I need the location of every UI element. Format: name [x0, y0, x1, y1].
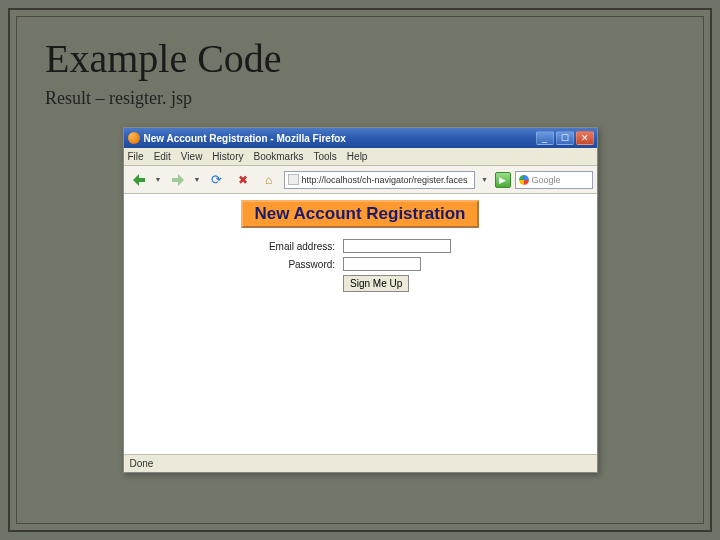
menu-history[interactable]: History: [212, 151, 243, 162]
menu-file[interactable]: File: [128, 151, 144, 162]
menu-view[interactable]: View: [181, 151, 203, 162]
page-content: New Account Registration Email address: …: [124, 194, 597, 434]
browser-window: New Account Registration - Mozilla Firef…: [123, 127, 598, 473]
back-button[interactable]: [128, 170, 150, 190]
back-dropdown[interactable]: ▼: [154, 170, 163, 190]
reload-button[interactable]: ⟳: [206, 170, 228, 190]
maximize-button[interactable]: ☐: [556, 131, 574, 145]
email-field[interactable]: [343, 239, 451, 253]
status-text: Done: [130, 458, 154, 469]
signup-button[interactable]: Sign Me Up: [343, 275, 409, 292]
address-bar[interactable]: http://localhost/ch-navigator/register.f…: [284, 171, 475, 189]
page-heading: New Account Registration: [241, 200, 480, 228]
google-icon: [519, 175, 529, 185]
forward-dropdown[interactable]: ▼: [193, 170, 202, 190]
titlebar: New Account Registration - Mozilla Firef…: [124, 128, 597, 148]
password-label: Password:: [266, 256, 338, 272]
close-button[interactable]: ✕: [576, 131, 594, 145]
search-box[interactable]: Google: [515, 171, 593, 189]
search-placeholder: Google: [532, 175, 561, 185]
menu-help[interactable]: Help: [347, 151, 368, 162]
password-field[interactable]: [343, 257, 421, 271]
menu-edit[interactable]: Edit: [154, 151, 171, 162]
page-icon: [288, 174, 299, 185]
url-text: http://localhost/ch-navigator/register.f…: [302, 175, 468, 185]
registration-form: Email address: Password: Sign Me Up: [264, 236, 456, 295]
forward-button[interactable]: [167, 170, 189, 190]
slide-title: Example Code: [45, 35, 675, 82]
status-bar: Done: [124, 454, 597, 472]
toolbar: ▼ ▼ ⟳ ✖ ⌂ http://localhost/ch-navigator/…: [124, 166, 597, 194]
go-button[interactable]: ▶: [495, 172, 511, 188]
slide-subtitle: Result – resigter. jsp: [45, 88, 675, 109]
firefox-icon: [128, 132, 140, 144]
menu-bookmarks[interactable]: Bookmarks: [253, 151, 303, 162]
home-button[interactable]: ⌂: [258, 170, 280, 190]
menu-bar: File Edit View History Bookmarks Tools H…: [124, 148, 597, 166]
minimize-button[interactable]: _: [536, 131, 554, 145]
menu-tools[interactable]: Tools: [314, 151, 337, 162]
email-label: Email address:: [266, 238, 338, 254]
url-dropdown[interactable]: ▼: [479, 176, 491, 183]
stop-button[interactable]: ✖: [232, 170, 254, 190]
window-title: New Account Registration - Mozilla Firef…: [144, 133, 346, 144]
